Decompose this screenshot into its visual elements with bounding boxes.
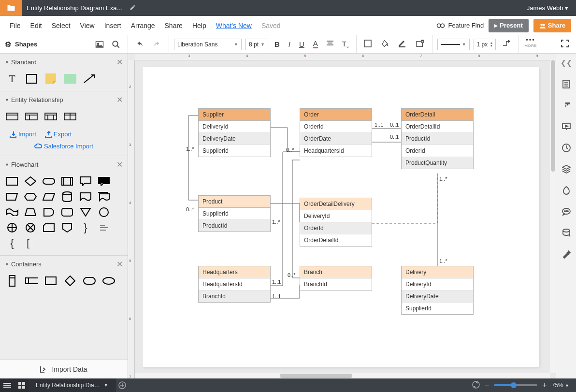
- panel-flowchart-header[interactable]: ▼Flowchart✕: [0, 156, 128, 173]
- comments-icon[interactable]: [561, 100, 572, 111]
- clear-format-icon[interactable]: T×: [342, 40, 349, 49]
- more-icon[interactable]: •••: [526, 36, 535, 44]
- fc-or[interactable]: [24, 222, 37, 233]
- theme-icon[interactable]: [561, 185, 572, 196]
- cont-4[interactable]: [64, 276, 76, 286]
- share-button[interactable]: Share: [533, 19, 571, 32]
- er-shape-4[interactable]: [64, 111, 76, 122]
- italic-icon[interactable]: I: [288, 40, 290, 48]
- note-shape[interactable]: [44, 73, 57, 84]
- fc-roundrect[interactable]: [61, 207, 73, 218]
- line-width-input[interactable]: 1 px▴▾: [474, 39, 496, 50]
- close-icon[interactable]: ✕: [116, 58, 123, 67]
- fc-doc[interactable]: [79, 191, 92, 202]
- page-panel-icon[interactable]: [561, 79, 572, 89]
- fc-offpage[interactable]: [61, 222, 73, 233]
- history-icon[interactable]: [561, 143, 572, 153]
- layers-icon[interactable]: [561, 164, 572, 174]
- fc-parallelogram[interactable]: [43, 191, 55, 202]
- add-page-button[interactable]: [115, 378, 129, 392]
- canvas[interactable]: 3 4 5 6 7 8 9 2 3 4 5 6 7: [128, 54, 556, 378]
- align-icon[interactable]: [327, 41, 333, 48]
- zoom-slider[interactable]: [494, 384, 537, 386]
- er-shape-1[interactable]: [6, 111, 18, 122]
- border-color-icon[interactable]: [399, 40, 406, 49]
- menu-whats-new[interactable]: What's New: [211, 22, 257, 29]
- import-data-button[interactable]: Import Data: [0, 359, 128, 378]
- panel-entity-header[interactable]: ▼Entity Relationship✕: [0, 91, 128, 108]
- er-shape-2[interactable]: [25, 111, 38, 122]
- folder-icon[interactable]: [0, 0, 22, 16]
- entity-headquarters[interactable]: Headquarters HeadquartersId BranchId: [198, 266, 271, 303]
- close-icon[interactable]: ✕: [116, 95, 123, 104]
- cont-1[interactable]: [6, 276, 18, 286]
- menu-help[interactable]: Help: [187, 22, 211, 29]
- line-shape-icon[interactable]: [502, 40, 511, 49]
- panel-containers-header[interactable]: ▼Containers✕: [0, 256, 128, 273]
- fullscreen-icon[interactable]: [561, 40, 569, 49]
- search-icon[interactable]: [109, 38, 123, 51]
- fc-manual[interactable]: [6, 191, 18, 202]
- chat-icon[interactable]: [561, 206, 572, 217]
- collapse-dock-icon[interactable]: ❮❮: [561, 58, 572, 68]
- fc-rect[interactable]: [6, 176, 18, 187]
- fc-multidoc[interactable]: [98, 191, 110, 202]
- cont-6[interactable]: [102, 276, 115, 286]
- page[interactable]: Supplier DeliveryId DeliveryDate Supplie…: [143, 67, 539, 367]
- fc-cylinder[interactable]: [61, 191, 73, 202]
- menu-share[interactable]: Share: [160, 22, 187, 29]
- user-menu[interactable]: James Webb ▾: [527, 4, 576, 12]
- fc-predef[interactable]: [61, 176, 73, 187]
- entity-product[interactable]: Product SupplierId ProductId: [198, 195, 271, 232]
- menu-select[interactable]: Select: [47, 22, 75, 29]
- line-style-select[interactable]: ▼: [437, 39, 470, 50]
- fc-bracket[interactable]: [: [24, 238, 37, 248]
- fill-icon[interactable]: [381, 40, 389, 49]
- scrollbar-vertical[interactable]: [550, 60, 556, 373]
- underline-icon[interactable]: U: [299, 40, 304, 48]
- entity-branch[interactable]: Branch BranchId: [300, 266, 372, 290]
- outline-view-icon[interactable]: [0, 378, 14, 392]
- fc-display[interactable]: [98, 176, 110, 187]
- panel-standard-header[interactable]: ▼Standard✕: [0, 54, 128, 71]
- image-icon[interactable]: [93, 38, 106, 51]
- rect-shape[interactable]: [25, 73, 38, 84]
- present-button[interactable]: ▸ Present: [489, 19, 529, 32]
- menu-arrange[interactable]: Arrange: [126, 22, 160, 29]
- text-shape[interactable]: T: [6, 73, 18, 84]
- document-title[interactable]: Entity Relationship Diagram Exa…: [27, 4, 123, 12]
- font-family-select[interactable]: Liberation Sans▼: [174, 39, 242, 50]
- close-icon[interactable]: ✕: [116, 260, 123, 269]
- fc-callout[interactable]: [79, 176, 92, 187]
- fc-terminator[interactable]: [43, 176, 55, 187]
- er-shape-3[interactable]: [44, 111, 57, 122]
- shape-outline-icon[interactable]: [364, 40, 372, 49]
- arrow-shape[interactable]: [83, 73, 96, 84]
- entity-orderdetaildelivery[interactable]: OrderDetailDelivery DeliveryId OrderId O…: [300, 198, 372, 247]
- fc-notes[interactable]: [98, 222, 110, 233]
- cont-5[interactable]: [83, 276, 96, 286]
- entity-order[interactable]: Order OrderId OrderDate HeadquartersId: [300, 108, 372, 157]
- fc-sumjunc[interactable]: [6, 222, 18, 233]
- zoom-level[interactable]: 75% ▼: [552, 382, 569, 389]
- rename-icon[interactable]: [130, 4, 136, 12]
- text-color-icon[interactable]: A: [313, 40, 318, 48]
- salesforce-import-link[interactable]: Salesforce Import: [34, 143, 93, 150]
- font-size-select[interactable]: 8 pt▼: [245, 39, 268, 50]
- block-shape[interactable]: [64, 73, 76, 84]
- present-panel-icon[interactable]: [561, 121, 572, 132]
- zoom-in-icon[interactable]: +: [542, 381, 547, 390]
- menu-view[interactable]: View: [75, 22, 100, 29]
- shapes-panel-header[interactable]: Shapes: [5, 40, 37, 49]
- fc-hex[interactable]: [24, 191, 37, 202]
- cont-2[interactable]: [25, 276, 38, 286]
- menu-edit[interactable]: Edit: [26, 22, 47, 29]
- undo-icon[interactable]: [133, 38, 146, 51]
- entity-delivery[interactable]: Delivery DeliveryId DeliveryDate Supplie…: [401, 266, 474, 315]
- close-icon[interactable]: ✕: [116, 160, 123, 169]
- fc-dshape[interactable]: [43, 207, 55, 218]
- entity-supplier[interactable]: Supplier DeliveryId DeliveryDate Supplie…: [198, 108, 271, 157]
- shape-options-icon[interactable]: [416, 40, 425, 49]
- fc-card[interactable]: [43, 222, 55, 233]
- page-tab[interactable]: Entity Relationship Dia…▼: [29, 378, 115, 392]
